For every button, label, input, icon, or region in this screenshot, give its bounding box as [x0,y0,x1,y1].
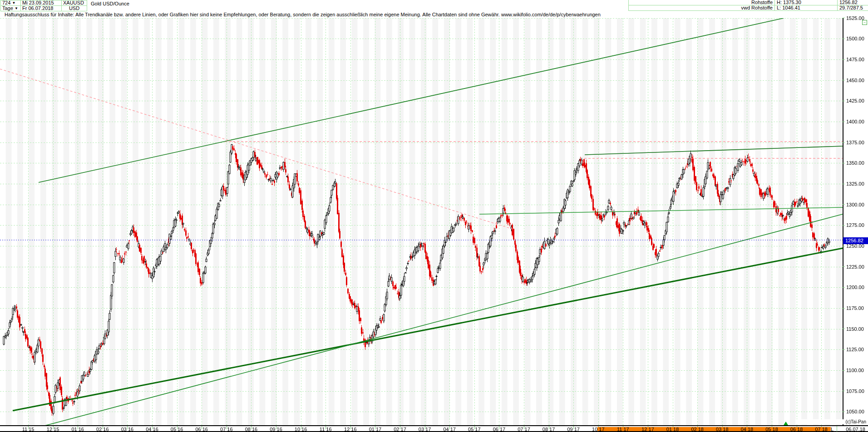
date-axis-label: 08 17 [539,427,559,432]
date-axis-label: 01 18 [663,427,683,432]
date-axis-label: 03 17 [415,427,435,432]
date-axis-label: 05 16 [167,427,187,432]
quote-info-table: Rohstoffe H: 1375.30 1256.82 vwd Rohstof… [628,0,868,11]
price-axis-label: 1350.00 [846,160,864,166]
price-axis-tick [843,122,845,122]
date-axis-label: 09 17 [563,427,583,432]
last-price-badge: 1256.82 [843,237,868,244]
date-axis-label: 09 16 [266,427,286,432]
date-axis-label: 02 16 [93,427,113,432]
price-axis-tick [843,18,845,18]
price-axis-label: 1325.00 [846,181,864,187]
price-axis-label: 1400.00 [846,119,864,124]
date-axis-label: 11 16 [316,427,335,432]
price-axis-tick [843,142,845,142]
price-axis-tick [843,266,845,267]
chart-header-table: 724 ▼ Mi 23.09.2015 XAUUSD Tage ▼ Fr 06.… [0,0,87,11]
price-axis-label: 1100.00 [846,368,864,373]
date-axis-label: 07 18 [811,427,831,432]
date-axis-label: 06 16 [192,427,212,432]
price-axis-label: 1225.00 [846,264,864,270]
date-axis-label: 08 16 [241,427,261,432]
tai-pan-chart-window: 724 ▼ Mi 23.09.2015 XAUUSD Tage ▼ Fr 06.… [0,0,868,432]
date-axis-label: 12 16 [340,427,360,432]
marker-up-triangle-icon[interactable] [784,422,788,425]
chevron-down-icon: ▼ [15,6,18,10]
price-axis-tick [843,308,845,309]
date-axis[interactable]: 11 1512 1501 1602 1603 1604 1605 1606 16… [0,426,868,432]
axis-collapse-icon[interactable]: − [862,20,867,25]
date-axis-label: 02 18 [687,427,707,432]
date-axis-label: 05 18 [762,427,782,432]
price-axis-tick [843,184,845,184]
price-axis-label: 1075.00 [846,388,864,394]
chevron-down-icon: ▼ [12,1,15,5]
price-axis-label: 1150.00 [846,326,864,332]
last-date-label: 06.07.18 [839,427,865,432]
price-axis-label: 1375.00 [846,140,864,145]
copyright-label: (c)Tai-Pan [795,419,866,424]
period-value: Tage [2,5,13,11]
date-axis-label: 02 17 [390,427,410,432]
low-value: L: 1046.41 [774,5,837,11]
price-axis-label: 1250.00 [846,243,864,249]
bar-count-value: 724 [2,0,10,5]
price-axis-label: 1500.00 [846,36,864,41]
price-axis-label: 1525.00 [846,15,864,21]
price-axis-label: 1050.00 [846,409,864,414]
price-axis[interactable]: 1525.001500.001475.001450.001425.001400.… [843,18,868,426]
instrument-title: Gold USD/Ounce [91,1,129,6]
candlestick-chart[interactable] [0,18,843,426]
price-axis-label: 1200.00 [846,285,864,290]
price-axis-label: 1125.00 [846,347,864,352]
date-axis-label: 11 15 [18,427,38,432]
price-axis-tick [843,370,845,371]
date-axis-label: 05 17 [464,427,484,432]
date-axis-label: 01 16 [68,427,88,432]
price-axis-tick [843,163,845,163]
date-axis-label: 04 18 [737,427,757,432]
price-axis-label: 1275.00 [846,222,864,228]
price-axis-tick [843,287,845,288]
chart-plot-area [0,18,843,426]
price-axis-label: 1300.00 [846,202,864,207]
date-axis-label: 03 18 [712,427,732,432]
date-axis-label: 01 17 [365,427,385,432]
range-ratio-value: 29.7/287.5 [837,5,868,11]
date-to-field[interactable]: Fr 06.07.2018 [21,6,62,11]
price-axis-tick [843,329,845,329]
price-axis-label: 1450.00 [846,78,864,83]
footer-separator [837,426,837,432]
date-axis-label: 07 17 [514,427,534,432]
currency-field: USD [62,6,87,11]
price-axis-label: 1425.00 [846,98,864,103]
low-marker-label: L [831,427,833,432]
date-axis-label: 12 15 [43,427,63,432]
date-axis-label: 11 17 [613,427,633,432]
date-axis-label: 12 17 [638,427,658,432]
date-axis-label: 07 16 [217,427,237,432]
price-axis-tick [843,349,845,350]
price-axis-label: 1175.00 [846,305,864,311]
date-axis-label: 06 18 [787,427,807,432]
price-axis-tick [843,59,845,60]
price-axis-tick [843,412,845,412]
price-axis-tick [843,101,845,101]
period-dropdown[interactable]: Tage ▼ [1,6,21,11]
date-axis-label: 04 17 [439,427,459,432]
date-axis-label: 04 16 [142,427,162,432]
price-axis-label: 1475.00 [846,57,864,62]
date-axis-label: 03 16 [117,427,137,432]
date-axis-label: 06 17 [489,427,509,432]
price-axis-tick [843,39,845,39]
price-axis-tick [843,225,845,226]
price-axis-tick [843,80,845,80]
price-axis-tick [843,204,845,205]
disclaimer-text: Haftungsausschluss für Inhalte: Alle Tre… [5,12,601,17]
price-axis-tick [843,391,845,391]
datafeed-label[interactable]: vwd Rohstoffe [628,5,774,11]
date-axis-label: 10 17 [588,427,608,432]
date-axis-label: 10 16 [291,427,311,432]
price-axis-tick [843,246,845,246]
